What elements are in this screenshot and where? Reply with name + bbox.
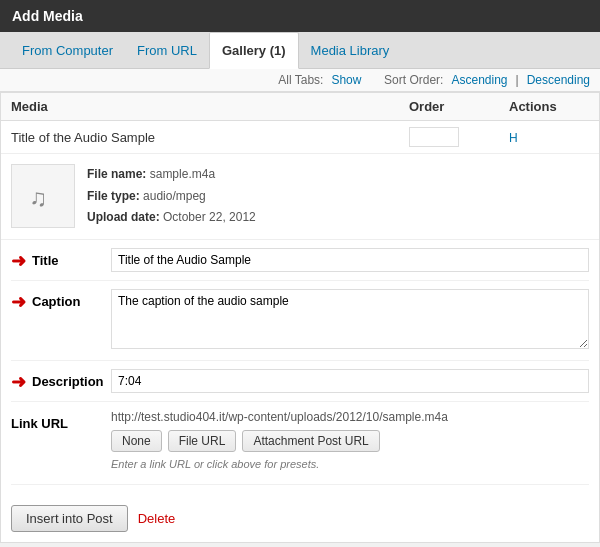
media-row-order: [409, 127, 509, 147]
description-label: ➜ Description: [11, 369, 111, 391]
form-fields: ➜ Title ➜ Caption The caption of the aud…: [1, 240, 599, 495]
caption-label: ➜ Caption: [11, 289, 111, 311]
file-type-label: File type:: [87, 189, 140, 203]
tab-from-computer[interactable]: From Computer: [10, 33, 125, 68]
file-type-value: audio/mpeg: [143, 189, 206, 203]
table-header: Media Order Actions: [1, 93, 599, 121]
tabs-bar: From Computer From URL Gallery (1) Media…: [0, 32, 600, 69]
url-buttons: None File URL Attachment Post URL: [111, 430, 589, 452]
title-arrow-icon: ➜: [11, 252, 26, 270]
description-input[interactable]: [111, 369, 589, 393]
tab-gallery[interactable]: Gallery (1): [209, 32, 299, 69]
none-button[interactable]: None: [111, 430, 162, 452]
col-header-order: Order: [409, 99, 509, 114]
all-tabs-prefix: All Tabs:: [278, 73, 323, 87]
description-input-wrapper: [111, 369, 589, 393]
file-info: File name: sample.m4a File type: audio/m…: [87, 164, 256, 229]
bottom-buttons: Insert into Post Delete: [1, 495, 599, 542]
tab-media-library[interactable]: Media Library: [299, 33, 402, 68]
caption-field-row: ➜ Caption The caption of the audio sampl…: [11, 281, 589, 361]
link-url-field-row: Link URL http://test.studio404.it/wp-con…: [11, 402, 589, 485]
title-bar-label: Add Media: [12, 8, 83, 24]
file-name-row: File name: sample.m4a: [87, 164, 256, 186]
file-type-row: File type: audio/mpeg: [87, 186, 256, 208]
description-arrow-icon: ➜: [11, 373, 26, 391]
media-row-actions: H: [509, 130, 589, 145]
svg-text:♫: ♫: [29, 184, 47, 211]
media-row-title: Title of the Audio Sample: [11, 130, 409, 145]
link-url-label: Link URL: [11, 410, 111, 431]
file-url-button[interactable]: File URL: [168, 430, 237, 452]
delete-link[interactable]: Delete: [138, 511, 176, 526]
file-name-value: sample.m4a: [150, 167, 215, 181]
link-url-input-wrapper: http://test.studio404.it/wp-content/uplo…: [111, 410, 589, 476]
content-area: Media Order Actions Title of the Audio S…: [0, 92, 600, 543]
description-field-row: ➜ Description: [11, 361, 589, 402]
show-link[interactable]: Show: [331, 73, 361, 87]
caption-input-wrapper: The caption of the audio sample: [111, 289, 589, 352]
ascending-link[interactable]: Ascending: [451, 73, 507, 87]
col-header-media: Media: [11, 99, 409, 114]
file-name-label: File name:: [87, 167, 146, 181]
insert-into-post-button[interactable]: Insert into Post: [11, 505, 128, 532]
upload-date-label: Upload date:: [87, 210, 160, 224]
caption-textarea[interactable]: The caption of the audio sample: [111, 289, 589, 349]
media-row: Title of the Audio Sample H: [1, 121, 599, 154]
upload-date-value: October 22, 2012: [163, 210, 256, 224]
order-input[interactable]: [409, 127, 459, 147]
title-input[interactable]: [111, 248, 589, 272]
descending-link[interactable]: Descending: [527, 73, 590, 87]
hide-link[interactable]: H: [509, 131, 518, 145]
url-hint: Enter a link URL or click above for pres…: [111, 458, 589, 470]
title-field-row: ➜ Title: [11, 240, 589, 281]
link-url-value: http://test.studio404.it/wp-content/uplo…: [111, 410, 589, 424]
title-bar: Add Media: [0, 0, 600, 32]
audio-thumbnail: ♫: [11, 164, 75, 228]
upload-date-row: Upload date: October 22, 2012: [87, 207, 256, 229]
tab-from-url[interactable]: From URL: [125, 33, 209, 68]
caption-arrow-icon: ➜: [11, 293, 26, 311]
music-icon: ♫: [25, 178, 61, 214]
sort-label: Sort Order:: [384, 73, 443, 87]
col-header-actions: Actions: [509, 99, 589, 114]
title-label: ➜ Title: [11, 248, 111, 270]
all-tabs-row: All Tabs: Show Sort Order: Ascending | D…: [0, 69, 600, 92]
attachment-post-url-button[interactable]: Attachment Post URL: [242, 430, 379, 452]
detail-section: ♫ File name: sample.m4a File type: audio…: [1, 154, 599, 240]
sort-separator: |: [516, 73, 519, 87]
title-input-wrapper: [111, 248, 589, 272]
